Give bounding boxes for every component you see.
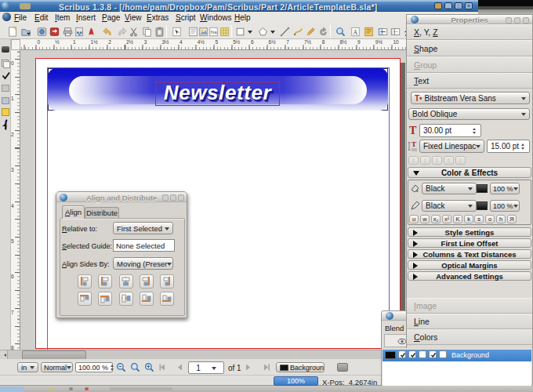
svg-text:T: T <box>412 140 416 148</box>
svg-text:A: A <box>353 29 357 36</box>
svg-text:Na: Na <box>211 30 217 34</box>
